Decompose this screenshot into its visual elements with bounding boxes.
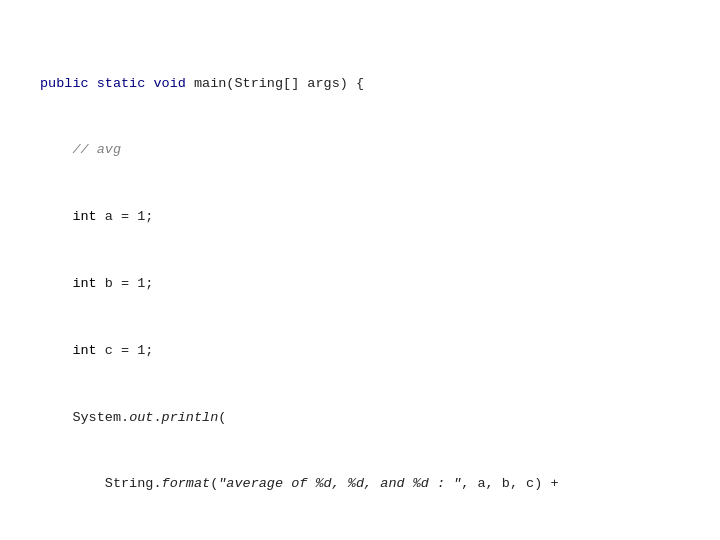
code-line: int c = 1;	[40, 340, 680, 362]
code-line: String.format("average of %d, %d, and %d…	[40, 473, 680, 495]
code-line: int b = 1;	[40, 273, 680, 295]
slide-container: public static void main(String[] args) {…	[0, 0, 720, 540]
code-area: public static void main(String[] args) {…	[0, 0, 720, 540]
code-line: int a = 1;	[40, 206, 680, 228]
code-line: // avg	[40, 139, 680, 161]
code-line: public static void main(String[] args) {	[40, 73, 680, 95]
code-line: System.out.println(	[40, 407, 680, 429]
